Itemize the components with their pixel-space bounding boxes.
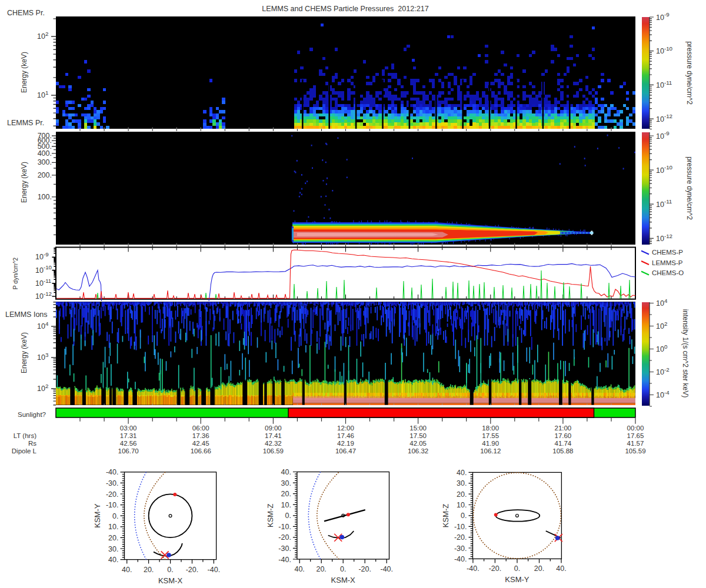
svg-text:105.88: 105.88 [552, 447, 573, 455]
svg-text:CHEMS-P: CHEMS-P [652, 249, 683, 256]
svg-text:LEMMS Pr.: LEMMS Pr. [7, 119, 44, 127]
svg-text:40.: 40. [556, 564, 566, 573]
svg-text:-10.: -10. [454, 523, 467, 531]
svg-text:30.: 30. [108, 545, 118, 553]
svg-text:17.41: 17.41 [265, 432, 282, 439]
svg-text:41.74: 41.74 [554, 440, 571, 447]
svg-text:20.: 20. [457, 490, 467, 499]
svg-text:42.56: 42.56 [120, 440, 137, 447]
svg-text:-40.: -40. [208, 566, 221, 574]
svg-text:-20.: -20. [358, 565, 371, 573]
svg-text:10.: 10. [108, 523, 118, 531]
svg-text:17.31: 17.31 [120, 432, 137, 439]
svg-text:intensity 1/(s cm^2 ster keV): intensity 1/(s cm^2 ster keV) [681, 309, 690, 397]
svg-text:40.: 40. [108, 556, 118, 564]
svg-text:Energy (keV): Energy (keV) [20, 162, 28, 203]
svg-text:20.: 20. [108, 534, 118, 542]
svg-text:LEMMS-P: LEMMS-P [652, 259, 683, 266]
svg-text:41.90: 41.90 [482, 440, 499, 447]
svg-text:CHEMS Pr.: CHEMS Pr. [7, 9, 45, 17]
svg-text:-20.: -20. [186, 566, 199, 574]
svg-text:KSM-Y: KSM-Y [505, 575, 530, 584]
svg-text:17.55: 17.55 [482, 432, 499, 439]
svg-text:-10.: -10. [278, 523, 291, 531]
svg-text:40.: 40. [122, 566, 132, 574]
svg-text:15:00: 15:00 [409, 425, 427, 432]
svg-text:42.05: 42.05 [409, 440, 427, 447]
svg-text:09:00: 09:00 [265, 425, 282, 432]
svg-text:0.: 0. [514, 564, 520, 573]
svg-text:40.: 40. [281, 468, 291, 476]
svg-text:03:00: 03:00 [120, 425, 137, 432]
svg-text:pressure dyne/cm^2: pressure dyne/cm^2 [685, 156, 694, 220]
svg-text:17.46: 17.46 [337, 432, 354, 439]
svg-text:LEMMS and CHEMS Particle Press: LEMMS and CHEMS Particle Pressures 2012:… [262, 5, 428, 13]
svg-text:106.66: 106.66 [191, 447, 211, 455]
svg-text:Energy (keV): Energy (keV) [20, 332, 28, 373]
svg-text:Rs: Rs [28, 440, 36, 447]
svg-text:12:00: 12:00 [337, 425, 354, 432]
svg-text:-20.: -20. [106, 490, 119, 499]
svg-text:KSM-Y: KSM-Y [94, 503, 102, 528]
svg-text:42.19: 42.19 [337, 440, 354, 447]
svg-text:-40.: -40. [106, 468, 119, 476]
svg-text:-30.: -30. [106, 479, 119, 487]
svg-text:-40.: -40. [454, 555, 467, 563]
svg-text:106.12: 106.12 [480, 447, 501, 455]
svg-text:106.47: 106.47 [335, 447, 356, 455]
svg-text:0.: 0. [285, 512, 291, 520]
svg-text:0.: 0. [461, 512, 467, 520]
svg-text:20.: 20. [316, 565, 326, 573]
svg-text:LEMMS Ions: LEMMS Ions [5, 310, 48, 319]
svg-text:30.: 30. [281, 479, 291, 487]
svg-text:KSM-X: KSM-X [331, 576, 356, 584]
svg-text:-20.: -20. [489, 564, 502, 573]
svg-text:pressure dyne/cm^2: pressure dyne/cm^2 [685, 41, 694, 105]
svg-text:-30.: -30. [454, 544, 467, 553]
svg-text:42.45: 42.45 [192, 440, 209, 447]
svg-text:0.: 0. [112, 512, 118, 520]
svg-text:P dyn/cm^2: P dyn/cm^2 [12, 258, 19, 290]
svg-text:17.60: 17.60 [554, 432, 571, 439]
svg-text:06:00: 06:00 [192, 425, 209, 432]
svg-text:10.: 10. [281, 501, 291, 509]
svg-text:17.36: 17.36 [192, 432, 209, 439]
svg-text:300.: 300. [38, 158, 52, 166]
svg-text:20.: 20. [534, 564, 544, 573]
svg-text:Dipole L: Dipole L [12, 447, 37, 455]
svg-text:100.: 100. [38, 193, 52, 201]
svg-text:-40.: -40. [380, 565, 393, 573]
svg-text:CHEMS-O: CHEMS-O [652, 269, 684, 276]
svg-text:42.32: 42.32 [265, 440, 282, 447]
svg-text:10.: 10. [457, 501, 467, 509]
svg-text:106.70: 106.70 [118, 447, 139, 455]
svg-text:0.: 0. [340, 565, 346, 573]
svg-text:-10.: -10. [106, 501, 119, 509]
svg-text:0.: 0. [167, 566, 173, 574]
svg-text:-30.: -30. [278, 544, 291, 553]
svg-text:-40.: -40. [278, 556, 291, 564]
svg-text:30.: 30. [457, 479, 467, 487]
svg-text:17.50: 17.50 [409, 432, 427, 439]
svg-text:105.59: 105.59 [625, 447, 645, 455]
svg-text:41.57: 41.57 [627, 440, 644, 447]
svg-text:-20.: -20. [454, 533, 467, 542]
svg-text:200.: 200. [38, 171, 52, 179]
svg-text:40.: 40. [457, 469, 467, 477]
svg-text:106.32: 106.32 [408, 447, 428, 455]
svg-text:20.: 20. [144, 566, 154, 574]
svg-text:400.: 400. [38, 149, 52, 158]
svg-text:KSM-Z: KSM-Z [266, 503, 275, 527]
svg-text:KSM-X: KSM-X [158, 576, 183, 585]
svg-text:-20.: -20. [278, 533, 291, 542]
svg-text:-40.: -40. [467, 564, 479, 573]
svg-text:20.: 20. [281, 490, 291, 498]
svg-text:17.65: 17.65 [627, 432, 644, 439]
svg-text:106.59: 106.59 [263, 447, 284, 455]
svg-text:KSM-Z: KSM-Z [442, 504, 451, 528]
svg-text:LT (hrs): LT (hrs) [14, 432, 36, 439]
svg-text:21:00: 21:00 [554, 425, 571, 432]
svg-text:00:00: 00:00 [627, 425, 644, 432]
svg-text:18:00: 18:00 [482, 425, 499, 432]
svg-text:Sunlight?: Sunlight? [18, 411, 46, 418]
